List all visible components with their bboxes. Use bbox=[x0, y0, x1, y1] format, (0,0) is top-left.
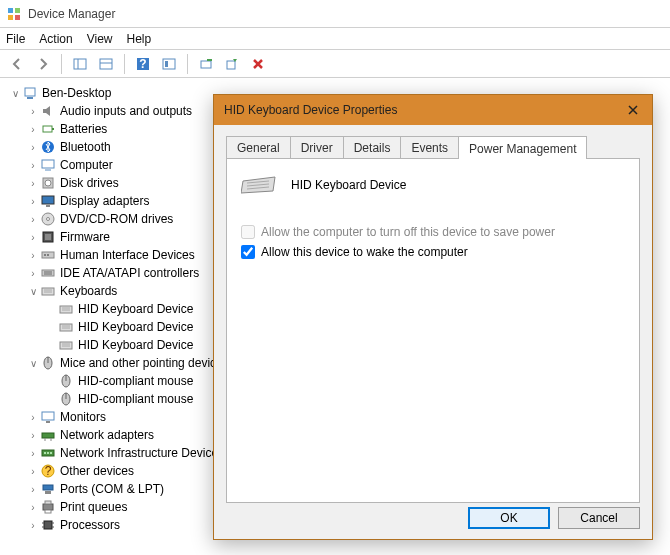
expander-icon[interactable]: › bbox=[26, 484, 40, 495]
checkbox-allow-turnoff: Allow the computer to turn off this devi… bbox=[241, 225, 625, 239]
expander-icon[interactable]: › bbox=[26, 520, 40, 531]
checkbox-allow-wake[interactable]: Allow this device to wake the computer bbox=[241, 245, 625, 259]
tab-events[interactable]: Events bbox=[400, 136, 459, 158]
menu-view[interactable]: View bbox=[87, 32, 113, 46]
svg-rect-65 bbox=[43, 485, 53, 490]
svg-rect-70 bbox=[44, 521, 52, 529]
svg-point-31 bbox=[44, 254, 46, 256]
hid-icon bbox=[40, 247, 56, 263]
tree-category-label: Processors bbox=[60, 518, 120, 532]
svg-rect-18 bbox=[52, 128, 54, 130]
ports-icon bbox=[40, 481, 56, 497]
expander-icon[interactable]: › bbox=[26, 430, 40, 441]
close-button[interactable] bbox=[624, 101, 642, 119]
svg-point-61 bbox=[47, 452, 49, 454]
svg-rect-67 bbox=[43, 504, 53, 510]
svg-rect-55 bbox=[46, 421, 50, 423]
toolbar-action[interactable] bbox=[158, 53, 180, 75]
svg-point-32 bbox=[47, 254, 49, 256]
tab-general[interactable]: General bbox=[226, 136, 291, 158]
svg-rect-12 bbox=[201, 61, 211, 68]
svg-rect-17 bbox=[43, 126, 52, 132]
expander-icon[interactable]: › bbox=[26, 178, 40, 189]
battery-icon bbox=[40, 121, 56, 137]
menu-action[interactable]: Action bbox=[39, 32, 72, 46]
svg-rect-3 bbox=[15, 15, 20, 20]
tab-driver[interactable]: Driver bbox=[290, 136, 344, 158]
toolbar-separator bbox=[124, 54, 125, 74]
ok-button[interactable]: OK bbox=[468, 507, 550, 529]
expander-icon[interactable]: › bbox=[26, 268, 40, 279]
expander-icon[interactable]: ∨ bbox=[26, 358, 40, 369]
toolbar: ? bbox=[0, 50, 670, 78]
expander-icon[interactable]: › bbox=[26, 250, 40, 261]
tree-category-label: IDE ATA/ATAPI controllers bbox=[60, 266, 199, 280]
svg-rect-0 bbox=[8, 8, 13, 13]
dialog-titlebar[interactable]: HID Keyboard Device Properties bbox=[214, 95, 652, 125]
dialog-tabs: GeneralDriverDetailsEventsPower Manageme… bbox=[226, 135, 640, 158]
expander-icon[interactable]: › bbox=[26, 142, 40, 153]
tree-device-label: HID Keyboard Device bbox=[78, 320, 193, 334]
netinfra-icon bbox=[40, 445, 56, 461]
keyboard-icon bbox=[58, 301, 74, 317]
disk-icon bbox=[40, 175, 56, 191]
audio-icon bbox=[40, 103, 56, 119]
expander-icon[interactable]: ∨ bbox=[8, 88, 22, 99]
menu-file[interactable]: File bbox=[6, 32, 25, 46]
checkbox-allow-wake-input[interactable] bbox=[241, 245, 255, 259]
expander-icon[interactable]: › bbox=[26, 502, 40, 513]
device-name-label: HID Keyboard Device bbox=[291, 178, 406, 192]
tree-device-label: HID-compliant mouse bbox=[78, 374, 193, 388]
toolbar-update[interactable] bbox=[221, 53, 243, 75]
expander-icon[interactable]: › bbox=[26, 232, 40, 243]
network-icon bbox=[40, 427, 56, 443]
toolbar-scan[interactable] bbox=[195, 53, 217, 75]
tree-category-label: Ports (COM & LPT) bbox=[60, 482, 164, 496]
expander-icon[interactable]: › bbox=[26, 160, 40, 171]
keyboard-icon bbox=[40, 283, 56, 299]
forward-button[interactable] bbox=[32, 53, 54, 75]
keyboard-icon bbox=[58, 337, 74, 353]
back-button[interactable] bbox=[6, 53, 28, 75]
tab-page-power-management: HID Keyboard Device Allow the computer t… bbox=[226, 158, 640, 503]
computer-icon bbox=[40, 157, 56, 173]
tree-category-label: DVD/CD-ROM drives bbox=[60, 212, 173, 226]
toolbar-properties[interactable] bbox=[95, 53, 117, 75]
tree-root-label: Ben-Desktop bbox=[42, 86, 111, 100]
svg-rect-4 bbox=[74, 59, 86, 69]
display-icon bbox=[40, 193, 56, 209]
toolbar-uninstall[interactable] bbox=[247, 53, 269, 75]
tab-power-management[interactable]: Power Management bbox=[458, 136, 587, 159]
expander-icon[interactable]: › bbox=[26, 106, 40, 117]
tab-details[interactable]: Details bbox=[343, 136, 402, 158]
tree-category-label: Mice and other pointing devices bbox=[60, 356, 229, 370]
svg-rect-33 bbox=[42, 270, 54, 276]
toolbar-show-hide[interactable] bbox=[69, 53, 91, 75]
svg-rect-16 bbox=[27, 97, 33, 99]
toolbar-help[interactable]: ? bbox=[132, 53, 154, 75]
expander-icon[interactable]: ∨ bbox=[26, 286, 40, 297]
menu-help[interactable]: Help bbox=[127, 32, 152, 46]
svg-rect-69 bbox=[45, 510, 51, 513]
keyboard-icon bbox=[241, 175, 277, 195]
device-header: HID Keyboard Device bbox=[241, 175, 625, 195]
tree-category-label: Human Interface Devices bbox=[60, 248, 195, 262]
svg-rect-2 bbox=[8, 15, 13, 20]
toolbar-separator bbox=[61, 54, 62, 74]
svg-rect-1 bbox=[15, 8, 20, 13]
svg-rect-54 bbox=[42, 412, 54, 420]
svg-text:?: ? bbox=[139, 57, 146, 71]
expander-icon[interactable]: › bbox=[26, 196, 40, 207]
toolbar-separator bbox=[187, 54, 188, 74]
checkbox-allow-turnoff-input bbox=[241, 225, 255, 239]
menubar: File Action View Help bbox=[0, 28, 670, 50]
svg-rect-56 bbox=[42, 433, 54, 438]
tree-category-label: Print queues bbox=[60, 500, 127, 514]
expander-icon[interactable]: › bbox=[26, 466, 40, 477]
expander-icon[interactable]: › bbox=[26, 448, 40, 459]
expander-icon[interactable]: › bbox=[26, 412, 40, 423]
dialog-button-row: OK Cancel bbox=[468, 507, 640, 529]
cancel-button[interactable]: Cancel bbox=[558, 507, 640, 529]
expander-icon[interactable]: › bbox=[26, 214, 40, 225]
expander-icon[interactable]: › bbox=[26, 124, 40, 135]
